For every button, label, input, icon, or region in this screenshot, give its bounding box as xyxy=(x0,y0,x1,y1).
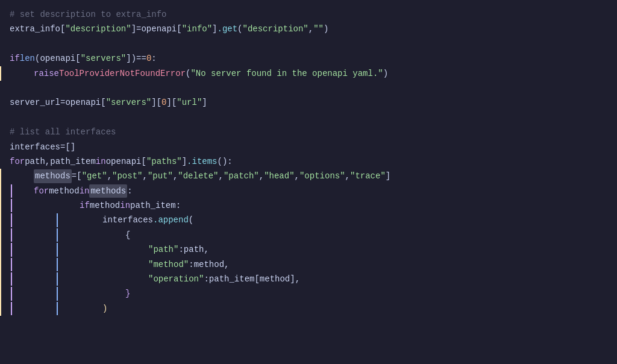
code-line: raise ToolProviderNotFoundError("No serv… xyxy=(0,66,617,81)
code-token: "paths" xyxy=(146,155,182,168)
code-token: ] xyxy=(290,272,295,286)
code-token: # set description to extra_info xyxy=(10,8,166,21)
code-token: = xyxy=(72,169,77,183)
code-token: if xyxy=(80,199,90,212)
code-token: , xyxy=(259,169,264,183)
code-token: [ xyxy=(254,272,259,286)
code-token: "trace" xyxy=(350,169,386,183)
code-token: ] xyxy=(131,22,136,36)
code-token: { xyxy=(125,228,130,242)
code-token: "info" xyxy=(182,22,212,36)
code-token: path xyxy=(25,155,45,168)
code-token: "url" xyxy=(177,96,202,109)
code-token: ][ xyxy=(151,96,161,109)
code-token: len xyxy=(20,52,35,65)
code-token: , xyxy=(107,169,112,183)
code-token: for xyxy=(34,184,49,198)
code-token: ToolProviderNotFoundError xyxy=(59,67,186,80)
code-token: in xyxy=(96,155,106,168)
code-line: for path, path_item in openapi["paths"].… xyxy=(0,154,617,169)
code-token: ( xyxy=(189,213,193,227)
code-token: , xyxy=(142,169,147,183)
code-token: method xyxy=(90,199,120,212)
code-token: [] xyxy=(65,140,75,154)
code-token: "method" xyxy=(148,258,189,271)
code-token: "patch" xyxy=(224,169,259,183)
code-line: "path": path, xyxy=(0,242,617,257)
code-token: "get" xyxy=(82,169,107,183)
code-token: [ xyxy=(101,96,105,109)
code-token: } xyxy=(125,287,130,300)
code-token: for xyxy=(10,155,25,168)
code-token: server_url xyxy=(10,96,60,109)
code-line: extra_info["description"] = openapi["inf… xyxy=(0,22,617,36)
code-token: [ xyxy=(77,169,81,183)
code-token: openapi xyxy=(106,155,142,168)
code-line: if len(openapi["servers"]) == 0: xyxy=(0,51,617,66)
code-token: : xyxy=(204,272,208,286)
code-token: path_item xyxy=(209,272,255,286)
code-token: , xyxy=(345,169,350,183)
code-token: () xyxy=(218,155,228,168)
code-token: 0 xyxy=(146,52,151,65)
code-token: "post" xyxy=(112,169,142,183)
code-token: ] xyxy=(202,96,207,109)
code-token: # list all interfaces xyxy=(10,125,116,139)
code-block: # set description to extra_info extra_in… xyxy=(0,7,617,316)
code-token: ) xyxy=(383,67,388,80)
code-token: "head" xyxy=(264,169,294,183)
code-token: ) xyxy=(324,22,328,36)
code-line: server_url = openapi["servers"][0]["url"… xyxy=(0,95,617,110)
code-token: 0 xyxy=(161,96,166,109)
code-token: in xyxy=(120,199,130,212)
code-token: in xyxy=(80,184,90,198)
code-token: ][ xyxy=(166,96,177,109)
code-token: ]) xyxy=(126,52,136,65)
code-token: path_item xyxy=(50,155,96,168)
code-line: # set description to extra_info xyxy=(0,7,617,22)
code-token: ) xyxy=(102,302,107,315)
code-line xyxy=(0,37,617,51)
code-token: , xyxy=(224,258,229,271)
code-token: ( xyxy=(237,22,242,36)
code-token: "servers" xyxy=(106,96,152,109)
code-token: : xyxy=(189,258,193,271)
code-token: ] xyxy=(386,169,390,183)
code-token: : xyxy=(151,52,156,65)
code-token: extra_info xyxy=(10,22,60,36)
code-token: openapi xyxy=(141,22,177,36)
code-token: "options" xyxy=(299,169,345,183)
code-token: : xyxy=(127,184,132,198)
code-token: raise xyxy=(34,67,59,80)
code-token: = xyxy=(60,140,65,154)
code-token: "No server found in the openapi yaml." xyxy=(190,67,383,80)
code-line: for method in methods: xyxy=(0,184,617,198)
code-token: , xyxy=(219,169,224,183)
code-token-highlight: methods xyxy=(89,184,127,198)
code-token: .get xyxy=(218,22,238,36)
code-line: methods = ["get", "post", "put", "delete… xyxy=(0,169,617,183)
code-token: if xyxy=(10,52,20,65)
code-token: interfaces xyxy=(102,213,153,227)
code-line: ) xyxy=(0,301,617,316)
code-token: path_item xyxy=(130,199,176,212)
code-token: interfaces xyxy=(10,140,60,154)
code-line: # list all interfaces xyxy=(0,125,617,139)
code-token: method xyxy=(260,272,290,286)
code-token: , xyxy=(295,169,299,183)
code-token: openapi xyxy=(40,52,75,65)
code-token: method xyxy=(49,184,79,198)
code-token: [ xyxy=(177,22,181,36)
code-token: "" xyxy=(313,22,324,36)
code-token: "put" xyxy=(148,169,173,183)
code-token: openapi xyxy=(65,96,101,109)
code-token: , xyxy=(308,22,313,36)
code-token: path xyxy=(184,243,204,256)
code-token: ( xyxy=(35,52,40,65)
code-line xyxy=(0,81,617,95)
code-token: ] xyxy=(212,22,217,36)
code-token: "operation" xyxy=(148,272,204,286)
code-token: , xyxy=(173,169,178,183)
code-token: : xyxy=(176,199,181,212)
code-token: = xyxy=(60,96,65,109)
